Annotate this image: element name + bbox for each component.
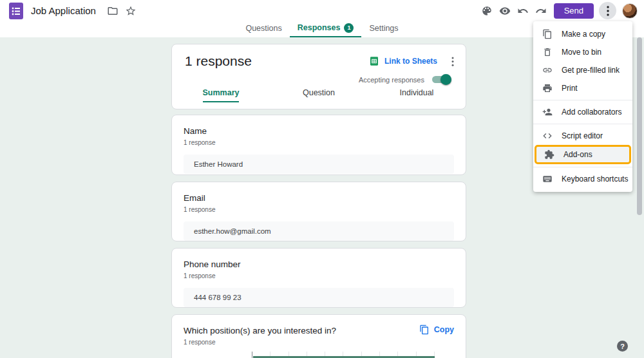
question-title: Name bbox=[184, 126, 454, 136]
question-card-positions: Which position(s) are you interested in?… bbox=[171, 314, 466, 358]
trash-icon bbox=[542, 47, 553, 57]
summary-view-tabs: Summary Question Individual bbox=[172, 82, 466, 109]
menu-item-label: Keyboard shortcuts bbox=[562, 174, 628, 184]
avatar[interactable] bbox=[622, 3, 638, 19]
menu-item-move-to-bin[interactable]: Move to bin bbox=[533, 43, 632, 61]
chart-plot-area bbox=[252, 352, 435, 358]
menu-item-add-collaborators[interactable]: Add collaborators bbox=[533, 103, 632, 121]
more-options-button[interactable] bbox=[599, 2, 616, 19]
tab-responses[interactable]: Responses 1 bbox=[290, 21, 362, 37]
theme-palette-icon[interactable] bbox=[481, 5, 493, 17]
answer-value: esther.how@gmail.com bbox=[184, 221, 454, 241]
answer-value: Esther Howard bbox=[184, 155, 454, 174]
question-response-count: 1 response bbox=[184, 339, 454, 346]
menu-separator bbox=[533, 124, 632, 124]
google-sheets-icon bbox=[369, 56, 379, 66]
tab-responses-label: Responses bbox=[298, 23, 341, 32]
responses-summary-card: 1 response Link to Sheets Accepting resp… bbox=[171, 44, 466, 109]
menu-separator bbox=[533, 100, 632, 100]
question-title: Which position(s) are you interested in? bbox=[184, 326, 336, 335]
menu-item-label: Add-ons bbox=[564, 150, 592, 159]
menu-item-print[interactable]: Print bbox=[533, 79, 632, 97]
tab-questions-label: Questions bbox=[245, 24, 281, 33]
menu-item-add-ons[interactable]: Add-ons bbox=[535, 145, 631, 164]
question-response-count: 1 response bbox=[184, 139, 454, 146]
copy-icon bbox=[542, 29, 553, 39]
keyboard-icon bbox=[542, 174, 553, 184]
star-icon[interactable] bbox=[125, 5, 137, 17]
kebab-menu-icon bbox=[607, 6, 609, 16]
google-forms-logo-icon[interactable] bbox=[9, 3, 23, 19]
summary-kebab-icon[interactable] bbox=[451, 57, 454, 66]
print-icon bbox=[542, 83, 553, 93]
link-icon bbox=[542, 65, 553, 75]
question-response-count: 1 response bbox=[184, 272, 454, 279]
more-options-menu: Make a copy Move to bin Get pre-filled l… bbox=[533, 21, 632, 192]
undo-icon[interactable] bbox=[517, 5, 529, 17]
tab-summary[interactable]: Summary bbox=[172, 82, 270, 109]
tab-questions[interactable]: Questions bbox=[238, 21, 289, 37]
tab-question-label: Question bbox=[303, 88, 335, 102]
question-title: Phone number bbox=[184, 259, 454, 269]
question-title: Email bbox=[184, 193, 454, 203]
menu-item-label: Script editor bbox=[562, 131, 603, 140]
menu-item-make-a-copy[interactable]: Make a copy bbox=[533, 25, 632, 43]
tab-individual-label: Individual bbox=[400, 88, 434, 102]
response-count-title: 1 response bbox=[185, 53, 252, 69]
menu-item-label: Print bbox=[562, 84, 578, 93]
help-button[interactable]: ? bbox=[617, 341, 628, 352]
menu-item-get-pre-filled-link[interactable]: Get pre-filled link bbox=[533, 61, 632, 79]
tab-settings[interactable]: Settings bbox=[361, 21, 406, 37]
tab-summary-label: Summary bbox=[203, 88, 240, 102]
redo-icon[interactable] bbox=[535, 5, 547, 17]
add-collaborators-icon bbox=[542, 107, 553, 117]
menu-item-label: Add collaborators bbox=[562, 108, 621, 117]
positions-bar-chart bbox=[252, 352, 435, 358]
puzzle-icon bbox=[544, 149, 554, 160]
copy-label: Copy bbox=[434, 325, 454, 334]
copy-chart-button[interactable]: Copy bbox=[419, 325, 454, 335]
move-to-folder-icon[interactable] bbox=[107, 5, 118, 17]
question-card-phone: Phone number 1 response 444 678 99 23 bbox=[171, 248, 466, 308]
form-title[interactable]: Job Application bbox=[31, 5, 96, 16]
topbar: Job Application Send bbox=[0, 0, 644, 21]
menu-item-label: Move to bin bbox=[562, 48, 601, 57]
answer-value: 444 678 99 23 bbox=[184, 288, 454, 307]
question-card-email: Email 1 response esther.how@gmail.com bbox=[171, 182, 466, 241]
tab-settings-label: Settings bbox=[369, 24, 398, 33]
menu-item-label: Make a copy bbox=[562, 30, 605, 39]
send-button[interactable]: Send bbox=[554, 3, 594, 19]
vertical-scrollbar[interactable] bbox=[637, 37, 642, 215]
link-to-sheets-label: Link to Sheets bbox=[384, 57, 437, 66]
responses-count-badge: 1 bbox=[344, 23, 354, 33]
menu-item-keyboard-shortcuts[interactable]: Keyboard shortcuts bbox=[533, 170, 632, 188]
menu-item-script-editor[interactable]: Script editor bbox=[533, 127, 632, 145]
code-icon bbox=[542, 131, 553, 141]
question-card-name: Name 1 response Esther Howard bbox=[171, 115, 466, 175]
preview-eye-icon[interactable] bbox=[499, 5, 511, 17]
menu-item-label: Get pre-filled link bbox=[562, 66, 620, 75]
menu-separator bbox=[533, 167, 632, 167]
copy-icon bbox=[419, 325, 430, 335]
link-to-sheets-button[interactable]: Link to Sheets bbox=[369, 56, 437, 66]
tab-individual[interactable]: Individual bbox=[368, 82, 466, 109]
question-response-count: 1 response bbox=[184, 206, 454, 213]
tab-question[interactable]: Question bbox=[270, 82, 368, 109]
